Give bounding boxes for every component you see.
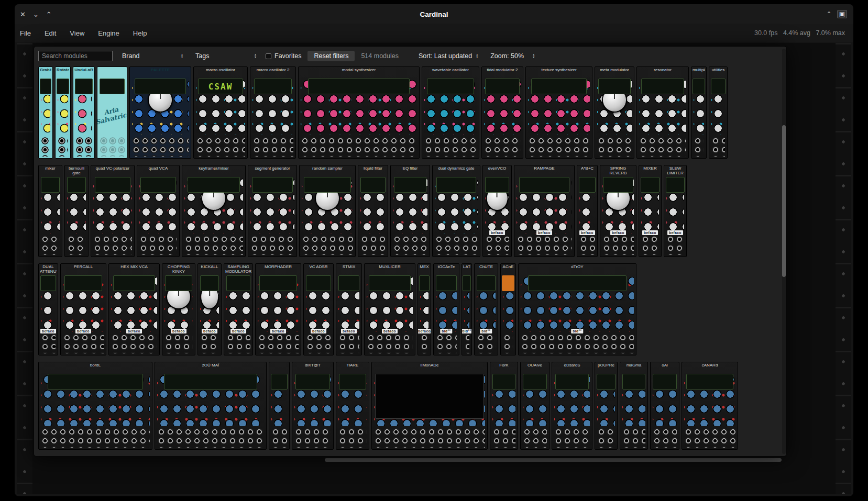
module-tile[interactable]: texture synthesizer	[525, 66, 592, 159]
module-tile[interactable]: VC ADSR befaco	[303, 263, 334, 355]
tags-select[interactable]: Tags ▴▾	[192, 51, 259, 61]
zoom-select[interactable]: Zoom: 50% ▴▾	[487, 51, 537, 61]
app-icon[interactable]: ▣	[837, 10, 847, 18]
module-tile[interactable]: mixer	[38, 165, 62, 257]
module-tile[interactable]: keyframer/mixer	[182, 165, 246, 257]
search-input[interactable]	[38, 51, 113, 61]
module-tile[interactable]: HEX MIX VCA befaco	[108, 263, 160, 355]
module-tile[interactable]: A*B+C befaco	[577, 165, 598, 257]
module-tile[interactable]: zOÙ MAÏ	[155, 362, 267, 450]
module-tile[interactable]: dIKT@T	[292, 362, 334, 450]
module-tile[interactable]: KICKALL befaco	[197, 263, 222, 355]
module-tile[interactable]: dTrOY bId°°	[518, 263, 636, 355]
module-tile[interactable]: maGma	[620, 362, 648, 450]
module-tile[interactable]: UnduLaR	[73, 66, 95, 159]
module-tile[interactable]: random sampler	[299, 165, 356, 257]
module-tile[interactable]: resonator	[636, 66, 689, 159]
module-tile[interactable]: quad VC-polarizer	[91, 165, 135, 257]
module-name: dual dynamics gate	[434, 166, 479, 171]
module-tile[interactable]: eDsaroS	[552, 362, 592, 450]
menu-help[interactable]: Help	[133, 29, 147, 37]
module-tile[interactable]: PALETTE	[129, 66, 191, 159]
module-tile[interactable]: macro oscillator 2	[250, 66, 296, 159]
brand-select[interactable]: Brand ▴▾	[119, 51, 186, 61]
module-tile[interactable]: Grabby	[38, 66, 53, 159]
module-row: DUAL ATTENUVERTER befaco PERCALL befaco …	[38, 263, 779, 355]
module-brand-logo: befaco	[642, 230, 658, 235]
module-tile[interactable]: oAi	[650, 362, 679, 450]
module-tile[interactable]: dual dynamics gate	[432, 165, 480, 257]
module-brand-logo: befaco	[489, 230, 505, 235]
module-tile[interactable]: ForK	[490, 362, 518, 450]
module-name: STMIX	[337, 264, 360, 269]
module-row: mixer bernoulli gate quad VC-polarizer q…	[38, 165, 779, 257]
module-tile[interactable]: SPRING REVERB befaco	[600, 165, 636, 257]
module-name: resonator	[638, 68, 687, 72]
menu-edit[interactable]: Edit	[45, 29, 56, 37]
module-tile[interactable]: meta modulator	[595, 66, 634, 159]
menu-engine[interactable]: Engine	[98, 29, 119, 37]
module-tile[interactable]: SAMPLING MODULATOR befaco	[224, 263, 253, 355]
module-name: MUXLICER	[366, 264, 414, 269]
module-tile[interactable]: PERCALL befaco	[60, 263, 106, 355]
module-tile[interactable]: cANARd	[682, 362, 738, 450]
module-tile[interactable]: liquid filter	[358, 165, 388, 257]
module-tile[interactable]: EQ filter	[390, 165, 430, 257]
module-tile[interactable]: MIXER befaco	[639, 165, 662, 257]
vertical-scrollbar-thumb[interactable]	[782, 125, 786, 277]
module-tile[interactable]: tidal modulator 2	[481, 66, 523, 159]
module-browser: Brand ▴▾ Tags ▴▾ Favorites Reset filters…	[34, 46, 787, 457]
module-tile[interactable]: RAMPAGE befaco	[514, 165, 575, 257]
module-brand-logo: befaco	[230, 329, 246, 333]
module-tile[interactable]: bernoulli gate	[64, 165, 89, 257]
module-tile[interactable]: OUAIve	[520, 362, 550, 450]
module-tile[interactable]: tOCAnTe bId°°	[433, 263, 459, 355]
module-name: wavetable oscillator	[423, 68, 478, 72]
module-brand-logo: befaco	[417, 329, 431, 333]
module-name: dIKT@T	[293, 363, 332, 368]
module-name: bernoulli gate	[66, 166, 87, 175]
module-tile[interactable]: quad VCA	[137, 165, 180, 257]
module-name: ChUTE	[476, 264, 497, 269]
menu-file[interactable]: File	[20, 29, 31, 37]
module-tile[interactable]: lIMonADe	[371, 362, 488, 450]
module-tile[interactable]: SLEW LIMITER befaco	[664, 165, 687, 257]
favorites-filter[interactable]: Favorites	[266, 52, 301, 60]
module-tile[interactable]: Aria Salvatrice	[97, 66, 127, 159]
module-artwork	[182, 168, 246, 257]
module-tile[interactable]: CHOPPING KINKY befaco	[162, 263, 195, 355]
module-tile[interactable]: bordL	[38, 362, 152, 450]
module-tile[interactable]: MUXLICER befaco	[364, 263, 415, 355]
module-tile[interactable]: wavetable oscillator	[422, 66, 479, 159]
module-brand-logo: bId°°	[571, 329, 583, 333]
module-tile[interactable]: utilities	[709, 66, 728, 159]
module-name: Grabby	[40, 68, 51, 72]
module-tile[interactable]: multiples	[691, 66, 707, 159]
module-tile[interactable]: STMIX befaco	[336, 263, 362, 355]
shade-icon[interactable]: ⌃	[827, 10, 832, 18]
module-brand-logo: bId°°	[462, 329, 472, 333]
module-tile[interactable]: TiARE	[336, 362, 369, 450]
module-brand-logo: befaco	[202, 329, 217, 333]
module-tile[interactable]: DUAL ATTENUVERTER befaco	[38, 263, 58, 355]
menu-view[interactable]: View	[70, 29, 84, 37]
reset-filters-button[interactable]: Reset filters	[307, 51, 355, 61]
horizontal-scrollbar[interactable]	[325, 458, 782, 462]
module-artwork	[299, 169, 356, 257]
sort-select[interactable]: Sort: Last updated ▴▾	[415, 51, 481, 61]
module-tile[interactable]: ChUTE bId°°	[474, 263, 498, 355]
favorites-checkbox[interactable]	[266, 53, 271, 59]
module-tile[interactable]: LATe bId°°	[462, 263, 472, 355]
module-tile[interactable]: evenVCO befaco	[482, 165, 512, 257]
module-tile[interactable]: MORPHADER befaco	[255, 263, 301, 355]
module-tile[interactable]: pOUPRe	[595, 362, 618, 450]
module-name: macro oscillator 2	[251, 68, 294, 72]
module-tile[interactable]: Rotatoes	[55, 66, 71, 159]
module-tile[interactable]: ACnE	[500, 263, 516, 355]
module-tile[interactable]: modal synthesizer	[298, 66, 420, 159]
module-tile[interactable]: segment generator	[248, 165, 297, 257]
module-tile[interactable]: MEX befaco	[417, 263, 431, 355]
module-tile[interactable]: macro oscillator CSAW	[193, 66, 248, 159]
module-tile[interactable]	[269, 362, 290, 450]
module-name: CHOPPING KINKY	[163, 264, 194, 274]
